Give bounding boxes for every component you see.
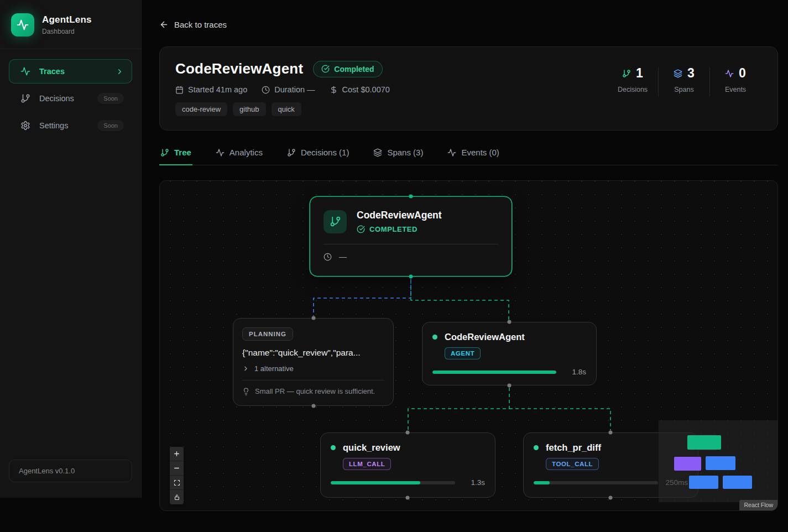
tab-tree[interactable]: Tree [159, 147, 192, 165]
stat-spans: 3 Spans [659, 66, 709, 93]
git-branch-icon [20, 93, 30, 103]
handle-tool-bottom[interactable] [609, 496, 613, 500]
span-type-badge: LLM_CALL [343, 458, 391, 470]
layers-icon [674, 69, 682, 78]
activity-icon [725, 69, 734, 78]
stat-events: 0 Events [710, 66, 761, 93]
zoom-out-button[interactable] [170, 461, 184, 476]
duration-bar [534, 481, 658, 484]
back-label: Back to traces [174, 20, 227, 29]
node-planning-decision[interactable]: PLANNING {"name":"quick_review","para...… [233, 318, 394, 406]
activity-icon [17, 19, 29, 31]
node-agent-span[interactable]: CodeReviewAgent AGENT 1.8s [422, 322, 597, 385]
minus-icon [173, 465, 180, 472]
activity-icon [20, 66, 30, 76]
node-title: quick_review [343, 442, 400, 453]
lock-open-icon [174, 494, 180, 500]
meta-started: Started 41m ago [175, 85, 247, 94]
tag: quick [272, 102, 301, 116]
git-branch-icon [323, 210, 347, 233]
status-dot [331, 445, 336, 450]
flow-controls [170, 447, 184, 504]
handle-planning-top[interactable] [312, 316, 316, 320]
git-branch-icon [160, 148, 169, 157]
sidebar-item-settings[interactable]: Settings Soon [9, 113, 132, 138]
minimap-node-llm [689, 476, 718, 489]
handle-planning-bottom[interactable] [312, 404, 316, 408]
chevron-right-icon [116, 67, 124, 76]
tags-row: code-review github quick [175, 102, 390, 116]
handle-llm-top[interactable] [406, 431, 410, 435]
calendar-icon [175, 86, 184, 94]
check-circle-icon [357, 225, 365, 233]
clock-icon [323, 253, 332, 261]
handle-llm-bottom[interactable] [406, 496, 410, 500]
app-logo [11, 13, 34, 36]
sidebar-item-label: Traces [39, 67, 107, 76]
tab-spans[interactable]: Spans (3) [372, 147, 424, 165]
tag: github [233, 102, 265, 116]
app-subtitle: Dashboard [42, 28, 92, 35]
back-to-traces-link[interactable]: Back to traces [159, 20, 227, 29]
status-label: Completed [334, 65, 374, 74]
node-duration: 1.3s [462, 478, 485, 487]
maximize-icon [174, 479, 180, 486]
meta-duration: Duration — [262, 85, 315, 94]
sidebar-item-traces[interactable]: Traces [9, 59, 132, 84]
node-duration: 1.8s [563, 368, 586, 376]
react-flow-attribution[interactable]: React Flow [739, 500, 777, 510]
node-title: CodeReviewAgent [445, 332, 525, 342]
status-dot [432, 335, 437, 340]
minimap-node-tool [723, 476, 752, 489]
tab-analytics[interactable]: Analytics [215, 147, 264, 165]
meta-cost: Cost $0.0070 [330, 85, 390, 94]
duration-bar [331, 481, 455, 484]
tag: code-review [175, 102, 227, 116]
sidebar-nav: Traces Decisions Soon Settings Soon [0, 49, 141, 460]
sidebar-item-decisions[interactable]: Decisions Soon [9, 86, 132, 111]
node-root-trace[interactable]: CodeReviewAgent COMPLETED — [310, 196, 512, 277]
minimap-node-agent [706, 456, 735, 470]
minimap-node-root [687, 435, 721, 450]
trace-tree-canvas[interactable]: CodeReviewAgent COMPLETED — PLANNING {"n… [159, 180, 778, 511]
divider [242, 380, 384, 380]
gear-icon [20, 121, 30, 131]
handle-agent-bottom[interactable] [508, 384, 512, 388]
node-llm-span[interactable]: quick_review LLM_CALL 1.3s [320, 432, 495, 498]
tab-decisions[interactable]: Decisions (1) [286, 147, 351, 165]
stat-value: 3 [687, 66, 695, 81]
tab-bar: Tree Analytics Decisions (1) Spans (3) E… [159, 147, 778, 165]
git-branch-icon [287, 148, 296, 157]
handle-agent-top[interactable] [508, 320, 512, 324]
span-type-badge: TOOL_CALL [546, 458, 599, 470]
lock-button[interactable] [170, 490, 184, 504]
lightbulb-icon [242, 388, 250, 395]
fit-view-button[interactable] [170, 476, 184, 490]
stat-label: Spans [659, 86, 709, 93]
plus-icon [173, 450, 180, 457]
app-name: AgentLens [42, 14, 92, 25]
zoom-in-button[interactable] [170, 447, 184, 461]
git-branch-icon [622, 69, 631, 78]
page-title: CodeReviewAgent [175, 60, 303, 77]
alternatives-toggle[interactable]: 1 alternative [242, 364, 384, 373]
handle-root-top[interactable] [409, 195, 413, 199]
flow-minimap[interactable] [659, 420, 777, 502]
sidebar: AgentLens Dashboard Traces Decisions Soo… [0, 0, 142, 498]
minimap-node-planning [674, 457, 701, 471]
status-badge: Completed [313, 61, 382, 77]
brand: AgentLens Dashboard [0, 0, 141, 49]
node-status: COMPLETED [357, 225, 442, 233]
divider [323, 244, 498, 244]
clock-icon [262, 86, 270, 94]
decision-summary: {"name":"quick_review","para... [242, 348, 384, 358]
stat-value: 0 [739, 66, 746, 81]
check-circle-icon [321, 65, 330, 73]
trace-header-card: CodeReviewAgent Completed Started 41m ag… [159, 46, 778, 131]
handle-tool-top[interactable] [609, 431, 613, 435]
app-version: AgentLens v0.1.0 [9, 460, 132, 482]
tab-events[interactable]: Events (0) [446, 147, 500, 165]
span-type-badge: AGENT [445, 347, 481, 359]
handle-root-bottom[interactable] [409, 275, 413, 279]
trace-stats: 1 Decisions 3 Spans 0 Events [607, 60, 761, 118]
